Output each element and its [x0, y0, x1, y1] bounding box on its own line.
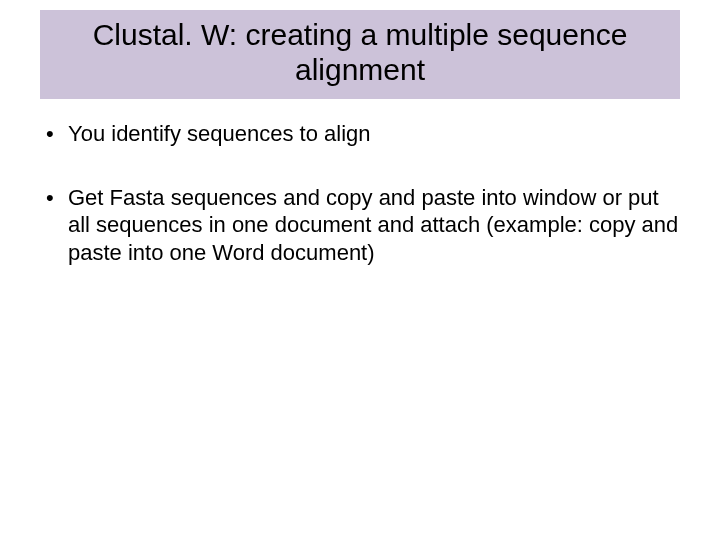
slide-title: Clustal. W: creating a multiple sequence… — [52, 18, 668, 87]
title-rest: creating a multiple sequence alignment — [237, 18, 627, 86]
list-item: Get Fasta sequences and copy and paste i… — [40, 184, 680, 267]
title-band: Clustal. W: creating a multiple sequence… — [40, 10, 680, 99]
bullet-text: Get Fasta sequences and copy and paste i… — [68, 185, 678, 265]
title-prefix: Clustal. W: — [93, 18, 237, 51]
list-item: You identify sequences to align — [40, 120, 680, 148]
slide: Clustal. W: creating a multiple sequence… — [0, 0, 720, 540]
bullet-text: You identify sequences to align — [68, 121, 371, 146]
slide-body: You identify sequences to align Get Fast… — [40, 120, 680, 266]
bullet-list: You identify sequences to align Get Fast… — [40, 120, 680, 266]
